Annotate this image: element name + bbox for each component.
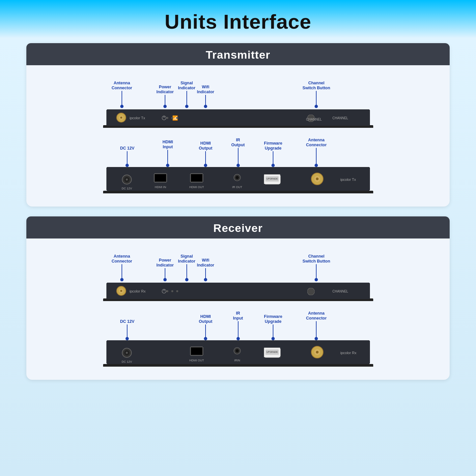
svg-text:CHANNEL: CHANNEL (332, 116, 348, 120)
svg-point-47 (120, 290, 122, 292)
rx-antenna-connector-label: AntennaConnector (113, 245, 131, 281)
tx-power-indicator-label: PowerIndicator (156, 72, 174, 108)
svg-point-8 (176, 117, 178, 119)
tx-ir-output-label: IROutput (232, 136, 245, 167)
svg-text:HDMI IN: HDMI IN (154, 185, 166, 189)
rx-channel-switch-label: ChannelSwitch Button (304, 245, 328, 281)
tx-front-labels-above: AntennaConnector PowerIndicator SignalIn… (103, 72, 373, 108)
svg-text:IR OUT: IR OUT (232, 185, 242, 189)
svg-text:UPGRADE: UPGRADE (266, 351, 278, 353)
tx-front-panel-svg: ipcolor Tx 📶 CHANNEL (103, 108, 373, 128)
tx-signal-indicator-label: SignalIndicator (178, 72, 196, 108)
rx-front-diagram: AntennaConnector PowerIndicator SignalIn… (103, 245, 373, 303)
rx-wifi-indicator-label: WifiIndicator (196, 245, 215, 281)
tx-firmware-upgrade-label: FirmwareUpgrade (264, 136, 282, 167)
svg-point-54 (126, 352, 128, 354)
main-content: Transmitter AntennaConnector PowerIndica… (0, 40, 476, 393)
svg-text:CHANNEL: CHANNEL (306, 118, 322, 121)
svg-point-28 (236, 176, 239, 179)
rx-ir-input-label: IRInput (232, 309, 245, 340)
tx-front-diagram: AntennaConnector PowerIndicator SignalIn… (103, 72, 373, 130)
rx-dc12v-label: DC 12V (120, 309, 134, 340)
transmitter-title: Transmitter (206, 48, 270, 61)
svg-point-35 (316, 178, 319, 180)
rx-antenna-connector-back-label: AntennaConnector (307, 309, 325, 340)
receiver-header: Receiver (26, 216, 450, 238)
rx-front-labels-above: AntennaConnector PowerIndicator SignalIn… (103, 245, 373, 281)
rx-hdmi-output-label: HDMIOutput (196, 309, 215, 340)
svg-rect-25 (191, 175, 202, 181)
svg-point-43 (171, 290, 173, 292)
receiver-card: Receiver AntennaConnector PowerIndicator (26, 216, 450, 380)
rx-signal-indicator-label: SignalIndicator (178, 245, 196, 281)
svg-point-44 (176, 290, 178, 292)
tx-back-labels-above: DC 12V HDMIInput HDMIOutput (103, 136, 373, 167)
svg-text:HDMI OUT: HDMI OUT (189, 359, 204, 362)
svg-rect-15 (103, 191, 373, 193)
tx-hdmi-output-label: HDMIOutput (196, 136, 215, 167)
receiver-title: Receiver (213, 222, 263, 234)
transmitter-card: Transmitter AntennaConnector PowerIndica… (26, 43, 450, 207)
svg-text:IRIN: IRIN (234, 359, 240, 362)
svg-point-7 (171, 117, 173, 119)
svg-point-6 (166, 117, 168, 119)
svg-rect-38 (106, 283, 370, 299)
svg-point-67 (316, 351, 319, 353)
svg-rect-48 (307, 288, 315, 295)
svg-text:ipcolor Rx: ipcolor Rx (129, 289, 146, 293)
svg-text:CHANNEL: CHANNEL (332, 290, 348, 293)
rx-back-diagram: DC 12V HDMIOutput IRInput (103, 309, 373, 367)
svg-point-11 (120, 117, 122, 119)
svg-rect-57 (191, 348, 202, 354)
svg-rect-50 (103, 364, 373, 367)
transmitter-header: Transmitter (26, 43, 450, 65)
svg-text:DC 12V: DC 12V (122, 360, 132, 363)
rx-power-indicator-label: PowerIndicator (156, 245, 174, 281)
svg-text:ipcolor Rx: ipcolor Rx (340, 351, 356, 355)
tx-channel-switch-label: ChannelSwitch Button (304, 72, 328, 108)
svg-text:HDMI OUT: HDMI OUT (189, 185, 204, 189)
tx-dc12v-label: DC 12V (120, 136, 134, 167)
page-title: Units Interface (0, 0, 476, 40)
rx-back-panel-svg: DC 12V HDMI OUT IRIN UPGRADE (103, 340, 373, 367)
svg-point-42 (166, 290, 168, 292)
tx-antenna-connector-back-label: AntennaConnector (307, 136, 325, 167)
rx-firmware-upgrade-label: FirmwareUpgrade (264, 309, 282, 340)
tx-hdmi-input-label: HDMIInput (158, 136, 177, 167)
svg-point-60 (236, 349, 239, 352)
svg-text:ipcolor Tx: ipcolor Tx (340, 178, 356, 182)
transmitter-body: AntennaConnector PowerIndicator SignalIn… (26, 65, 450, 197)
receiver-body: AntennaConnector PowerIndicator SignalIn… (26, 238, 450, 370)
svg-point-19 (126, 179, 128, 181)
svg-rect-22 (155, 175, 166, 181)
svg-text:DC 12V: DC 12V (122, 187, 132, 190)
tx-back-diagram: DC 12V HDMIInput HDMIOutput (103, 136, 373, 193)
rx-back-labels-above: DC 12V HDMIOutput IRInput (103, 309, 373, 340)
tx-back-panel-svg: DC 12V HDMI IN HDMI OUT IR OUT (103, 167, 373, 193)
tx-wifi-indicator-label: WifiIndicator (196, 72, 215, 108)
svg-text:UPGRADE: UPGRADE (266, 178, 278, 180)
tx-antenna-connector-label: AntennaConnector (113, 72, 131, 108)
svg-rect-1 (106, 109, 370, 126)
rx-front-panel-svg: ipcolor Rx CHANNEL (103, 281, 373, 301)
svg-text:ipcolor Tx: ipcolor Tx (129, 116, 145, 120)
